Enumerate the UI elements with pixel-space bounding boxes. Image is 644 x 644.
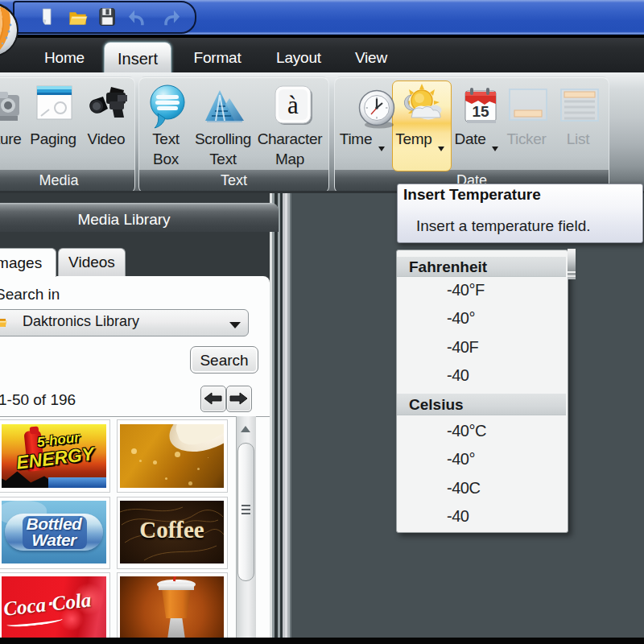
svg-text:15: 15	[472, 103, 489, 120]
svg-text:à: à	[287, 91, 299, 119]
